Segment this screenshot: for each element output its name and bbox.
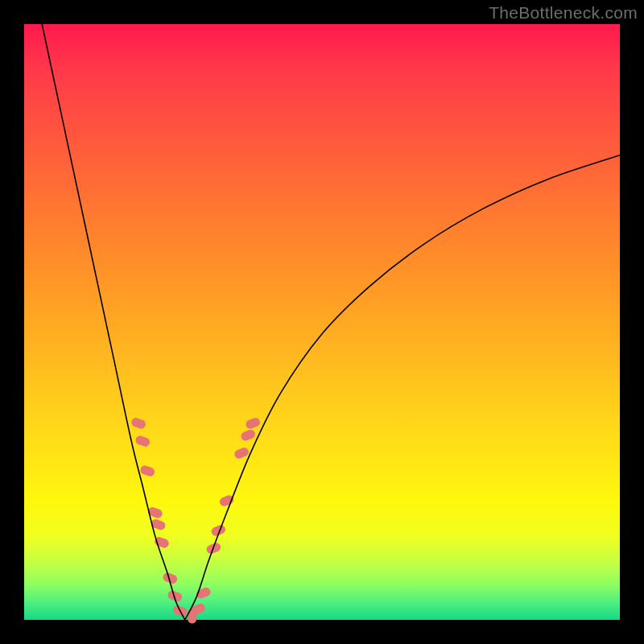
marker-blob bbox=[240, 428, 257, 442]
marker-blob bbox=[233, 446, 250, 460]
left-curve bbox=[42, 24, 185, 620]
marker-blob bbox=[130, 417, 147, 430]
chart-svg bbox=[24, 24, 620, 620]
right-curve bbox=[185, 155, 620, 620]
marker-blob bbox=[139, 464, 156, 477]
watermark-text: TheBottleneck.com bbox=[489, 3, 638, 23]
chart-frame: TheBottleneck.com bbox=[0, 0, 644, 644]
marker-blob bbox=[134, 435, 151, 448]
marker-blob bbox=[167, 589, 184, 602]
marker-layer bbox=[130, 416, 262, 623]
marker-blob bbox=[245, 416, 262, 430]
